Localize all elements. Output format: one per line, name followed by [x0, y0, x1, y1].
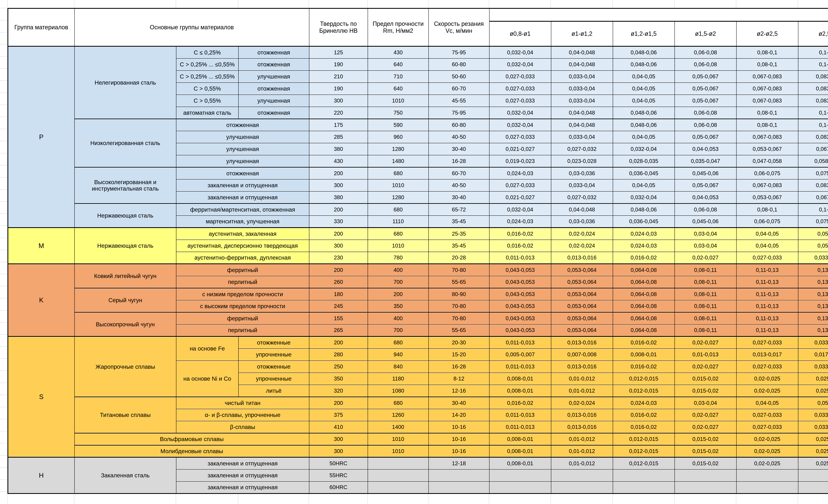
header-group-col[interactable]: Группа материалов	[8, 8, 75, 46]
feed-cell[interactable]: 0,02-0,024	[551, 228, 613, 240]
header-feed-banner[interactable]: Подача Fn, мм/об	[489, 8, 828, 22]
feed-cell[interactable]: 0,015-0,02	[675, 445, 736, 457]
material-cell[interactable]: улучшенная	[176, 131, 309, 143]
feed-cell[interactable]: 0,04-0,05	[613, 179, 675, 192]
feed-cell[interactable]: 0,024-0,03	[613, 228, 675, 240]
feed-cell[interactable]: 0,067-0,083	[736, 83, 798, 95]
feed-cell[interactable]: 0,025-0,04	[798, 373, 828, 385]
material-cell[interactable]: C > 0,25% ... ≤0,55%	[176, 71, 239, 83]
feed-cell[interactable]: 0,048-0,06	[613, 46, 675, 58]
feed-cell[interactable]: 0,08-0,1	[736, 46, 798, 58]
strength-cell[interactable]: 350	[368, 300, 428, 312]
hardness-cell[interactable]: 245	[309, 300, 368, 312]
hardness-cell[interactable]: 200	[309, 397, 368, 409]
header-feed-col[interactable]: ø0,8-ø1	[489, 22, 551, 46]
feed-cell[interactable]: 0,005-0,007	[489, 348, 551, 361]
feed-cell[interactable]: 0,032-0,04	[489, 58, 551, 71]
feed-cell[interactable]	[798, 481, 828, 494]
feed-cell[interactable]: 0,04-0,05	[736, 228, 798, 240]
hardness-cell[interactable]: 250	[309, 361, 368, 373]
speed-cell[interactable]: 12-18	[428, 457, 489, 469]
material-cell[interactable]: отожженные	[239, 361, 309, 373]
feed-cell[interactable]: 0,04-0,05	[736, 240, 798, 252]
feed-cell[interactable]: 0,033-0,053	[798, 361, 828, 373]
feed-cell[interactable]: 0,01-0,012	[551, 385, 613, 397]
hardness-cell[interactable]: 220	[309, 107, 368, 119]
material-cell[interactable]: улучшенная	[239, 95, 309, 107]
speed-cell[interactable]: 55-65	[428, 276, 489, 288]
feed-cell[interactable]: 0,011-0,013	[489, 421, 551, 433]
header-feed-col[interactable]: ø2-ø2,5	[736, 22, 798, 46]
material-cell[interactable]: упрочненные	[239, 348, 309, 361]
feed-cell[interactable]: 0,012-0,015	[613, 385, 675, 397]
material-cell[interactable]: ферритная/мартенситная, отожженная	[176, 204, 309, 216]
feed-cell[interactable]: 0,1-0,16	[798, 107, 828, 119]
feed-cell[interactable]: 0,021-0,027	[489, 143, 551, 155]
strength-cell[interactable]: 1110	[368, 216, 428, 228]
feed-cell[interactable]: 0,033-0,04	[551, 179, 613, 192]
feed-cell[interactable]: 0,02-0,027	[675, 409, 736, 421]
feed-cell[interactable]: 0,05-0,08	[798, 228, 828, 240]
strength-cell[interactable]: 590	[368, 119, 428, 131]
header-feed-col[interactable]: ø2,5-ø4	[798, 22, 828, 46]
speed-cell[interactable]: 70-80	[428, 300, 489, 312]
feed-cell[interactable]: 0,02-0,027	[675, 252, 736, 264]
speed-cell[interactable]: 20-30	[428, 336, 489, 348]
feed-cell[interactable]: 0,04-0,05	[613, 95, 675, 107]
speed-cell[interactable]: 70-80	[428, 312, 489, 324]
strength-cell[interactable]: 680	[368, 167, 428, 179]
strength-cell[interactable]: 840	[368, 361, 428, 373]
speed-cell[interactable]: 75-95	[428, 107, 489, 119]
feed-cell[interactable]: 0,04-0,048	[551, 119, 613, 131]
feed-cell[interactable]: 0,027-0,033	[489, 95, 551, 107]
hardness-cell[interactable]: 300	[309, 433, 368, 445]
feed-cell[interactable]: 0,015-0,02	[675, 373, 736, 385]
material-cell[interactable]: на основе Fe	[176, 336, 239, 361]
feed-cell[interactable]: 0,053-0,067	[736, 192, 798, 204]
feed-cell[interactable]: 0,05-0,067	[675, 95, 736, 107]
feed-cell[interactable]: 0,033-0,053	[798, 409, 828, 421]
hardness-cell[interactable]: 55HRC	[309, 469, 368, 481]
feed-cell[interactable]: 0,007-0,008	[551, 348, 613, 361]
speed-cell[interactable]: 30-40	[428, 397, 489, 409]
hardness-cell[interactable]: 285	[309, 131, 368, 143]
feed-cell[interactable]: 0,048-0,06	[613, 119, 675, 131]
strength-cell[interactable]: 1010	[368, 433, 428, 445]
material-cell[interactable]: Низколегированная сталь	[75, 119, 176, 167]
feed-cell[interactable]: 0,012-0,015	[613, 457, 675, 469]
speed-cell[interactable]: 35-45	[428, 216, 489, 228]
feed-cell[interactable]: 0,033-0,04	[551, 95, 613, 107]
material-cell[interactable]: отожженная	[176, 167, 309, 179]
material-cell[interactable]: упрочненные	[239, 373, 309, 385]
feed-cell[interactable]: 0,048-0,06	[613, 107, 675, 119]
feed-cell[interactable]: 0,08-0,11	[675, 276, 736, 288]
feed-cell[interactable]: 0,1-0,16	[798, 46, 828, 58]
hardness-cell[interactable]: 300	[309, 95, 368, 107]
feed-cell[interactable]: 0,043-0,053	[489, 276, 551, 288]
feed-cell[interactable]: 0,013-0,016	[551, 361, 613, 373]
feed-cell[interactable]: 0,008-0,01	[489, 385, 551, 397]
feed-cell[interactable]: 0,064-0,08	[613, 300, 675, 312]
feed-cell[interactable]: 0,019-0,023	[489, 155, 551, 167]
feed-cell[interactable]: 0,02-0,025	[736, 457, 798, 469]
material-cell[interactable]: перлитный	[176, 276, 309, 288]
feed-cell[interactable]: 0,021-0,027	[489, 192, 551, 204]
speed-cell[interactable]: 70-80	[428, 264, 489, 276]
material-cell[interactable]: Нержавеющая сталь	[75, 204, 176, 228]
hardness-cell[interactable]: 375	[309, 409, 368, 421]
feed-cell[interactable]: 0,013-0,016	[551, 409, 613, 421]
feed-cell[interactable]: 0,06-0,075	[736, 216, 798, 228]
header-feed-col[interactable]: ø1-ø1,2	[551, 22, 613, 46]
material-cell[interactable]: Серый чугун	[75, 288, 176, 312]
feed-cell[interactable]: 0,025-0,04	[798, 433, 828, 445]
speed-cell[interactable]: 30-40	[428, 192, 489, 204]
hardness-cell[interactable]: 200	[309, 336, 368, 348]
feed-cell[interactable]: 0,11-0,13	[736, 300, 798, 312]
material-cell[interactable]: закаленная и отпущенная	[176, 192, 309, 204]
material-cell[interactable]: Закаленная сталь	[75, 457, 176, 494]
speed-cell[interactable]: 75-95	[428, 46, 489, 58]
feed-cell[interactable]: 0,02-0,025	[736, 445, 798, 457]
feed-cell[interactable]: 0,053-0,067	[736, 143, 798, 155]
feed-cell[interactable]: 0,06-0,075	[736, 167, 798, 179]
material-cell[interactable]: β-сплавы	[176, 421, 309, 433]
